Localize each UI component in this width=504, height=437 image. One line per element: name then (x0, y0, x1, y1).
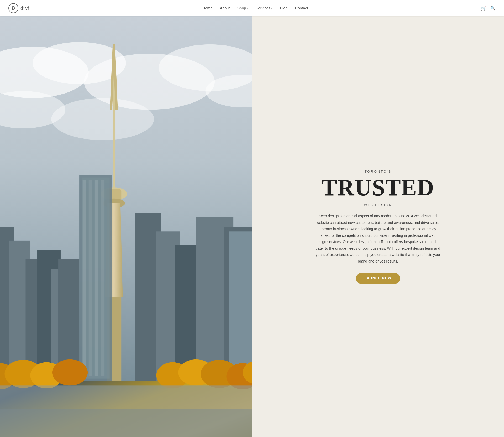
shop-chevron-icon: ▾ (247, 7, 248, 9)
nav-icons: 🛒 🔍 (481, 6, 496, 11)
hero-subtitle: WEB DESIGN (364, 203, 392, 207)
hero-location: TORONTO'S (365, 169, 392, 173)
svg-rect-28 (101, 180, 104, 376)
logo-circle: D (8, 3, 18, 13)
navbar: D divi Home About Shop ▾ Services ▾ (0, 0, 504, 16)
nav-contact-link[interactable]: Contact (295, 6, 308, 10)
hero-title: TRUSTED (322, 176, 434, 199)
hero-content-panel: TORONTO'S TRUSTED WEB DESIGN Web design … (252, 16, 504, 437)
page-wrapper: TORONTO'S TRUSTED WEB DESIGN Web design … (0, 16, 504, 437)
logo-link[interactable]: D divi (8, 3, 30, 13)
cart-icon[interactable]: 🛒 (481, 6, 486, 11)
svg-rect-14 (229, 231, 252, 381)
svg-point-7 (51, 98, 154, 140)
logo-letter: D (12, 6, 15, 11)
svg-rect-25 (83, 180, 86, 376)
nav-item-contact[interactable]: Contact (295, 6, 308, 11)
services-chevron-icon: ▾ (271, 7, 272, 9)
hero-image (0, 16, 252, 437)
launch-now-button[interactable]: LAUNCH NOW (356, 273, 400, 284)
hero-image-panel (0, 16, 252, 437)
nav-item-home[interactable]: Home (202, 6, 213, 11)
nav-home-link[interactable]: Home (202, 6, 213, 10)
nav-item-about[interactable]: About (220, 6, 230, 11)
hero-section: TORONTO'S TRUSTED WEB DESIGN Web design … (0, 16, 504, 437)
svg-rect-26 (89, 180, 92, 376)
nav-blog-link[interactable]: Blog (280, 6, 287, 10)
svg-rect-44 (0, 409, 252, 437)
nav-item-services[interactable]: Services ▾ (256, 6, 272, 10)
nav-links: Home About Shop ▾ Services ▾ Blog (202, 6, 308, 11)
logo-name: divi (20, 5, 30, 11)
nav-services-link[interactable]: Services ▾ (256, 6, 272, 10)
search-icon[interactable]: 🔍 (490, 6, 496, 11)
svg-point-37 (52, 359, 88, 386)
svg-rect-27 (95, 180, 98, 376)
toronto-skyline-svg (0, 16, 252, 437)
hero-description: Web design is a crucial aspect of any mo… (315, 213, 441, 264)
nav-item-blog[interactable]: Blog (280, 6, 287, 11)
nav-about-link[interactable]: About (220, 6, 230, 10)
nav-shop-link[interactable]: Shop ▾ (237, 6, 248, 10)
nav-item-shop[interactable]: Shop ▾ (237, 6, 248, 10)
